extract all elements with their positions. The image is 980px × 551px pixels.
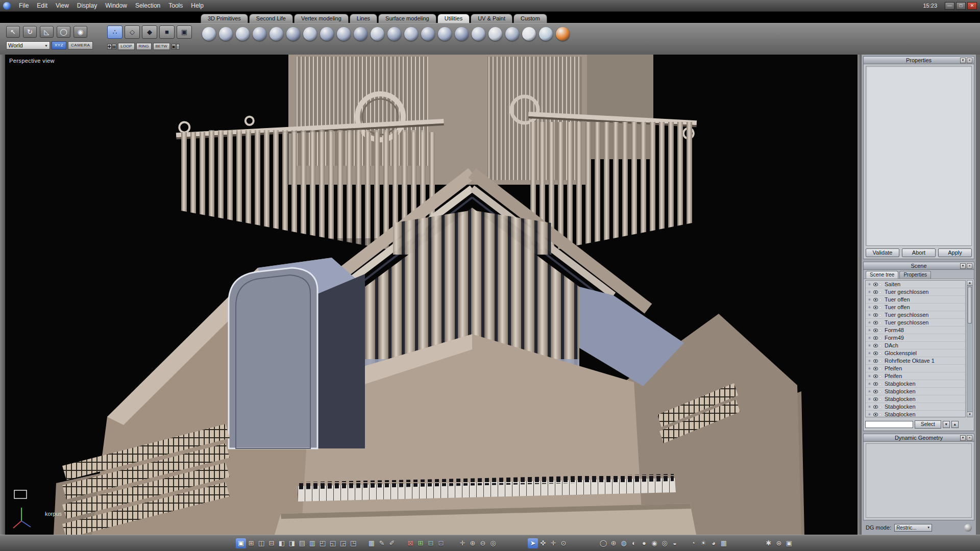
visibility-icon[interactable] — [873, 306, 878, 309]
dynamic-geometry-header[interactable]: Dynamic Geometry ▼ ✕ — [864, 434, 974, 442]
xyz-button[interactable]: XYZ — [52, 41, 66, 49]
utilities-tool-icon[interactable] — [438, 27, 452, 41]
smooth-shading-icon[interactable]: ◐ — [629, 538, 639, 548]
dg-preview-sphere-icon[interactable] — [964, 524, 972, 532]
light-back-icon[interactable]: ◕ — [708, 538, 719, 548]
scene-tree-item[interactable]: ✳ ▸ Stabglocken — [866, 411, 965, 417]
menu-item[interactable]: View — [52, 1, 73, 11]
scene-tree-item[interactable]: ✳ ▸ Stabglocken — [866, 388, 965, 395]
layout-top-split-icon[interactable]: ▤ — [297, 538, 307, 548]
ring-button[interactable]: RING — [136, 43, 152, 50]
layout-quad-bl-icon[interactable]: ◱ — [328, 538, 338, 548]
utilities-tool-icon[interactable] — [556, 27, 570, 41]
select-button[interactable]: Select — [915, 420, 941, 429]
grid-y-icon[interactable]: ⊞ — [415, 538, 426, 548]
expand-arrow-icon[interactable]: ▸ — [879, 405, 883, 409]
textured-shading-icon[interactable]: ◉ — [649, 538, 659, 548]
camera-button[interactable]: CAMERA — [68, 41, 93, 49]
menu-item[interactable]: File — [15, 1, 33, 11]
visibility-icon[interactable] — [873, 313, 878, 317]
snap-grid-icon[interactable]: ⊙ — [558, 538, 569, 548]
between-button[interactable]: BETW — [153, 43, 170, 50]
camera-tool-icon[interactable]: ◉ — [74, 26, 87, 38]
utilities-tool-icon[interactable] — [539, 27, 553, 41]
all-mode-icon[interactable]: ▣ — [177, 26, 192, 39]
utilities-tool-icon[interactable] — [337, 27, 351, 41]
edge-mode-icon[interactable]: ◇ — [125, 26, 140, 39]
utilities-tool-icon[interactable] — [371, 27, 384, 41]
uv-view-icon[interactable]: ▦ — [366, 538, 377, 548]
scene-tree-item[interactable]: ✳ ▸ Pfeifen — [866, 365, 965, 372]
grid-all-icon[interactable]: ⊡ — [436, 538, 446, 548]
expand-arrow-icon[interactable]: ▸ — [879, 305, 883, 310]
utilities-tool-icon[interactable] — [286, 27, 300, 41]
pan-view-icon[interactable]: ✛ — [457, 538, 468, 548]
expand-arrow-icon[interactable]: ▸ — [879, 343, 883, 348]
scene-tree-item[interactable]: ✳ ▸ Stabglocken — [866, 395, 965, 403]
abort-button[interactable]: Abort — [902, 248, 936, 257]
close-icon[interactable]: ✕ — [967, 435, 972, 441]
layout-quad-tl-icon[interactable]: ◰ — [317, 538, 328, 548]
menu-item[interactable]: Help — [187, 1, 208, 11]
expand-arrow-icon[interactable]: ▸ — [879, 397, 883, 402]
snap-cursor-icon[interactable]: ➤ — [528, 538, 538, 548]
tab-scene-tree[interactable]: Scene tree — [866, 271, 898, 279]
object-mode-icon[interactable]: ■ — [159, 26, 175, 39]
close-icon[interactable]: ✕ — [967, 263, 972, 269]
texture-mode-icon[interactable]: ✐ — [387, 538, 397, 548]
utilities-tool-icon[interactable] — [421, 27, 435, 41]
flat-shading-icon[interactable]: ◍ — [619, 538, 629, 548]
tool-tab[interactable]: Surface modeling — [378, 14, 436, 23]
visibility-icon[interactable] — [873, 321, 878, 324]
grid-x-icon[interactable]: ⊠ — [405, 538, 415, 548]
expand-arrow-icon[interactable]: ▸ — [879, 359, 883, 363]
grow-selection-icon[interactable]: ✚ — [107, 44, 112, 49]
scale-tool-icon[interactable]: ◺ — [40, 26, 54, 38]
expand-arrow-icon[interactable]: ▸ — [879, 297, 883, 302]
properties-panel-header[interactable]: Properties ▼ ✕ — [864, 57, 974, 64]
utilities-tool-icon[interactable] — [488, 27, 502, 41]
scene-tree-item[interactable]: ✳ ▸ Stabglocken — [866, 380, 965, 388]
expand-arrow-icon[interactable]: ▸ — [879, 351, 883, 356]
expand-arrow-icon[interactable]: ▸ — [879, 282, 883, 287]
visibility-icon[interactable] — [873, 390, 878, 393]
visibility-icon[interactable] — [873, 283, 878, 286]
menu-item[interactable]: Window — [101, 1, 131, 11]
utilities-tool-icon[interactable] — [522, 27, 536, 41]
expand-arrow-icon[interactable]: ▸ — [879, 328, 883, 333]
tool-tab[interactable]: Vertex modeling — [294, 14, 349, 23]
face-mode-icon[interactable]: ◆ — [142, 26, 157, 39]
zoom-out-icon[interactable]: ⊖ — [478, 538, 488, 548]
scene-tree-item[interactable]: ✳ ▸ Tuer offen — [866, 304, 965, 311]
menu-item[interactable]: Display — [73, 1, 101, 11]
utilities-tool-icon[interactable] — [219, 27, 233, 41]
close-icon[interactable]: ✕ — [967, 58, 972, 63]
scene-tree-item[interactable]: ✳ ▸ Pfeifen — [866, 372, 965, 380]
backdrop-icon[interactable]: ▦ — [719, 538, 729, 548]
validate-button[interactable]: Validate — [866, 248, 899, 257]
expand-arrow-icon[interactable]: ▸ — [879, 336, 883, 340]
vertex-mode-icon[interactable]: ∴ — [107, 26, 122, 39]
snap-edge-icon[interactable]: ✛ — [548, 538, 558, 548]
expand-arrow-icon[interactable]: ▸ — [879, 412, 883, 417]
visibility-icon[interactable] — [873, 336, 878, 340]
visibility-icon[interactable] — [873, 329, 878, 332]
scene-tree-item[interactable]: ✳ ▸ Tuer geschlossen — [866, 288, 965, 296]
select-up-icon[interactable]: ▲ — [951, 421, 959, 428]
select-down-icon[interactable]: ▼ — [943, 421, 950, 428]
tool-tab[interactable]: Custom — [513, 14, 547, 23]
utilities-tool-icon[interactable] — [387, 27, 401, 41]
menu-item[interactable]: Tools — [164, 1, 187, 11]
expand-arrow-icon[interactable]: ▸ — [879, 313, 883, 317]
transparent-shading-icon[interactable]: ◎ — [659, 538, 670, 548]
soft-selection-icon[interactable]: ▦ — [112, 44, 117, 49]
dg-mode-dropdown[interactable]: Restric... ▼ — [894, 524, 932, 532]
layout-quad-tr-icon[interactable]: ◳ — [348, 538, 358, 548]
fullscreen-icon[interactable]: ✱ — [764, 538, 774, 548]
world-dropdown[interactable]: World ▼ — [6, 41, 50, 49]
layout-left-split-icon[interactable]: ◧ — [277, 538, 287, 548]
tab-scene-properties[interactable]: Properties — [899, 271, 931, 279]
scene-tree-item[interactable]: ✳ ▸ Tuer offen — [866, 296, 965, 304]
utilities-tool-icon[interactable] — [320, 27, 334, 41]
visibility-icon[interactable] — [873, 413, 878, 416]
